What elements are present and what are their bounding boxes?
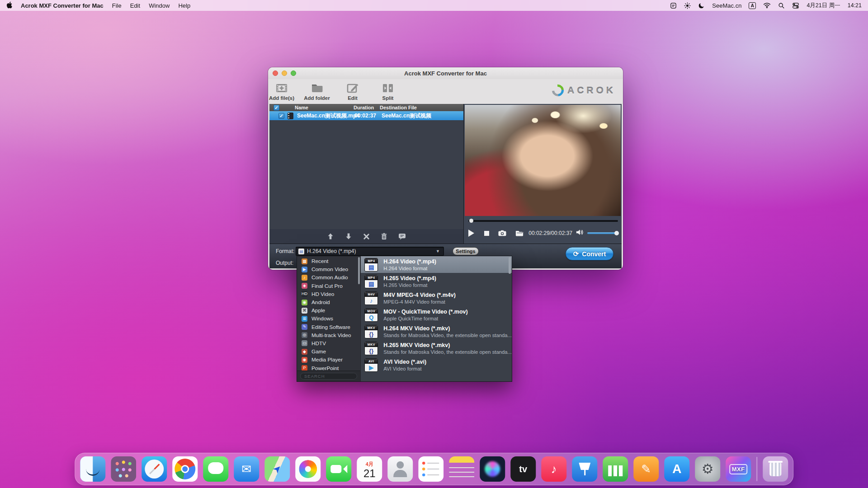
category-android[interactable]: ◉ Android [297, 298, 360, 306]
comment-icon[interactable] [398, 233, 406, 240]
apple-icon: ⌘ [302, 308, 307, 314]
chevron-down-icon[interactable]: ▼ [436, 249, 440, 253]
seek-knob[interactable] [469, 219, 473, 223]
photos-icon[interactable] [295, 456, 321, 482]
format-m4v[interactable]: M4V ♪ M4V MPEG-4 Video (*.m4v) MPEG-4 M4… [361, 290, 512, 306]
split-button[interactable]: Split [372, 82, 404, 101]
category-common-audio[interactable]: ♪ Common Audio [297, 273, 360, 282]
volume-slider[interactable] [587, 232, 618, 234]
row-checkbox[interactable]: ✓ [278, 113, 284, 119]
pages-icon[interactable]: ✎ [633, 456, 659, 482]
menu-window[interactable]: Window [149, 2, 170, 9]
keynote-icon[interactable] [572, 456, 597, 482]
apple-menu-icon[interactable] [6, 1, 12, 10]
safari-icon[interactable] [142, 456, 167, 482]
numbers-icon[interactable] [603, 456, 628, 482]
category-apple[interactable]: ⌘ Apple [297, 306, 360, 314]
reminders-icon[interactable] [418, 456, 443, 482]
edit-pencil-icon [337, 82, 368, 94]
seek-bar[interactable] [468, 220, 618, 222]
chrome-icon[interactable] [172, 456, 198, 482]
file-row[interactable]: ✓ SeeMac.cn测试视频.mp4 00:02:37 SeeMac.cn测试… [269, 111, 463, 120]
category-media-player[interactable]: ◉ Media Player [297, 356, 360, 364]
settings-icon[interactable]: ⚙ [695, 456, 720, 482]
status-site-text[interactable]: SeeMac.cn [712, 2, 741, 9]
dock-divider [756, 457, 757, 481]
move-down-icon[interactable] [345, 233, 352, 240]
categories-scrollbar[interactable] [358, 257, 360, 284]
facetime-icon[interactable] [326, 456, 351, 482]
mov-file-icon: MOV Q [364, 308, 378, 322]
format-h264-mp4[interactable]: MP4 ▤ H.264 Video (*.mp4) H.264 Video fo… [361, 256, 512, 273]
mxf-icon[interactable]: MXF [726, 456, 751, 482]
final-cut-pro-icon: ◈ [302, 283, 307, 289]
notes-icon[interactable] [449, 456, 474, 482]
format-menu-panel: ▦ Recent ▶ Common Video ♪ Common Audio ◈… [297, 256, 512, 382]
input-source-badge[interactable]: A [749, 2, 756, 9]
menu-edit[interactable]: Edit [130, 2, 140, 9]
add-folder-button[interactable]: Add folder [301, 82, 333, 101]
formats-scrollbar[interactable] [509, 257, 511, 274]
category-hdtv[interactable]: ▭ HDTV [297, 339, 360, 347]
select-all-checkbox[interactable]: ✓ [274, 105, 279, 111]
category-multi-track-video[interactable]: ◎ Multi-track Video [297, 331, 360, 339]
format-h264-mkv[interactable]: MKV {} H.264 MKV Video (*.mkv) Stands fo… [361, 323, 512, 340]
menu-file[interactable]: File [112, 2, 122, 9]
android-icon: ◉ [302, 300, 307, 305]
maps-icon[interactable]: ➤ [264, 456, 290, 482]
remove-icon[interactable] [363, 233, 370, 240]
trash-list-icon[interactable] [381, 233, 387, 240]
menu-help[interactable]: Help [178, 2, 190, 9]
column-destination: Destination File [380, 105, 417, 110]
stop-button[interactable] [484, 231, 489, 236]
calendar-icon[interactable]: 4月 21 [357, 456, 382, 482]
menubar-time[interactable]: 14:21 [848, 2, 862, 9]
mkv-file-icon: MKV {} [364, 342, 378, 355]
finder-icon[interactable] [80, 456, 105, 482]
format-mov[interactable]: MOV Q MOV - QuickTime Video (*.mov) Appl… [361, 306, 512, 323]
spotlight-search-icon[interactable] [778, 2, 785, 9]
format-label: Format: [276, 248, 294, 254]
settings-button[interactable]: Settings [453, 247, 479, 255]
volume-knob[interactable] [614, 231, 619, 235]
volume-icon[interactable] [576, 229, 584, 237]
trash-icon[interactable] [763, 456, 788, 482]
widget-icon[interactable] [670, 2, 677, 9]
menubar-date[interactable]: 4月21日 周一 [807, 2, 840, 9]
menubar-app-name[interactable]: Acrok MXF Converter for Mac [21, 2, 104, 9]
appstore-icon[interactable]: A [664, 456, 689, 482]
focus-moon-icon[interactable] [698, 2, 705, 9]
messages-icon[interactable] [203, 456, 228, 482]
category-editing-software[interactable]: ✎ Editing Software [297, 323, 360, 331]
edit-button[interactable]: Edit [337, 82, 368, 101]
category-windows[interactable]: ⊞ Windows [297, 314, 360, 323]
display-brightness-icon[interactable] [684, 2, 691, 9]
category-recent[interactable]: ▦ Recent [297, 257, 360, 265]
music-icon[interactable]: ♪ [541, 456, 566, 482]
convert-button[interactable]: ⟳ Convert [566, 247, 613, 260]
format-avi[interactable]: AVI ▶ AVI Video (*.avi) AVI Video format [361, 357, 512, 373]
category-final-cut-pro[interactable]: ◈ Final Cut Pro [297, 282, 360, 290]
launchpad-icon[interactable] [111, 456, 136, 482]
siri-icon[interactable] [480, 456, 505, 482]
mail-icon[interactable]: ✉ [234, 456, 259, 482]
contacts-icon[interactable] [387, 456, 413, 482]
video-preview[interactable] [465, 105, 621, 216]
format-h265-mkv[interactable]: MKV {} H.265 MKV Video (*.mkv) Stands fo… [361, 340, 512, 357]
format-dropdown[interactable]: ▤ H.264 Video (*.mp4) ▼ [296, 247, 444, 256]
add-files-button[interactable]: Add file(s) [268, 82, 297, 101]
category-game[interactable]: ◆ Game [297, 347, 360, 356]
snapshot-camera-button[interactable] [498, 230, 506, 236]
column-duration: Duration [354, 105, 374, 110]
category-common-video[interactable]: ▶ Common Video [297, 265, 360, 273]
title-bar[interactable]: Acrok MXF Converter for Mac [268, 67, 623, 79]
control-center-icon[interactable] [792, 2, 799, 9]
snapshot-folder-button[interactable] [515, 230, 524, 236]
format-h265-mp4[interactable]: MP4 ▤ H.265 Video (*.mp4) H.265 Video fo… [361, 273, 512, 290]
wifi-icon[interactable] [763, 2, 771, 9]
play-button[interactable] [468, 230, 474, 237]
appletv-icon[interactable]: tv [510, 456, 536, 482]
move-up-icon[interactable] [327, 233, 334, 240]
search-input[interactable] [300, 373, 357, 380]
category-hd-video[interactable]: HD HD Video [297, 290, 360, 298]
